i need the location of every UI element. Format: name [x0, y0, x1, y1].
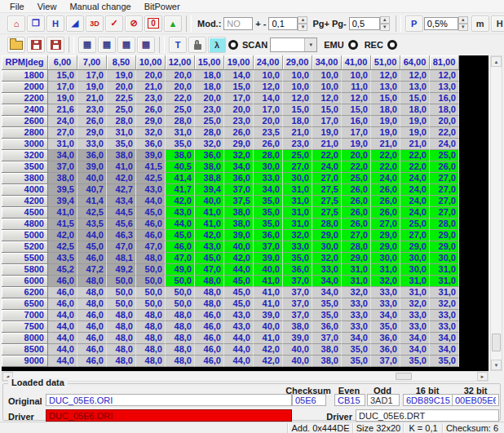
spin-up-icon[interactable]: ▲ — [380, 16, 390, 24]
grid-cell[interactable]: 28,0 — [312, 219, 342, 230]
grid-cell[interactable]: 46,0 — [48, 276, 77, 287]
grid-cell[interactable]: 35,0 — [400, 356, 430, 367]
grid-cell[interactable]: 34,0 — [312, 276, 342, 287]
grid-cell[interactable]: 38,8 — [195, 173, 224, 184]
grid-cell[interactable]: 19,0 — [77, 82, 107, 93]
save-as-button[interactable] — [46, 37, 64, 53]
grid-cell[interactable]: 37,0 — [371, 356, 400, 367]
unit-h-button[interactable]: H — [491, 15, 504, 32]
grid-cell[interactable]: 31,0 — [48, 139, 77, 150]
grid-cell[interactable]: 39,0 — [254, 310, 283, 321]
grid-cell[interactable]: 13,0 — [371, 82, 400, 93]
grid-cell[interactable]: 40,0 — [283, 344, 312, 356]
grid-cell[interactable]: 26,0 — [342, 184, 371, 196]
grid-cell[interactable]: 40,7 — [77, 184, 107, 196]
grid-cell[interactable]: 46,3 — [107, 230, 136, 241]
grid-cell[interactable]: 41,5 — [48, 219, 77, 230]
grid-cell[interactable]: 35,0 — [283, 253, 312, 264]
grid-cell[interactable]: 44,5 — [107, 207, 136, 219]
grid-cell[interactable]: 23,0 — [224, 116, 254, 127]
grid-cell[interactable]: 33,0 — [430, 310, 459, 321]
grid-cell[interactable]: 26,0 — [136, 104, 166, 116]
grid-cell[interactable]: 41,0 — [48, 207, 77, 219]
grid-cell[interactable]: 35,0 — [312, 310, 342, 321]
grid-cell[interactable]: 31,0 — [430, 264, 459, 276]
grid-cell[interactable]: 18,0 — [283, 116, 312, 127]
horizontal-scroll-thumb[interactable] — [396, 373, 412, 380]
grid-cell[interactable]: 19,0 — [371, 127, 400, 139]
grid-cell[interactable]: 26,0 — [224, 127, 254, 139]
grid-cell[interactable]: 19,0 — [342, 139, 371, 150]
grid-cell[interactable]: 42,0 — [224, 253, 254, 264]
grid-cell[interactable]: 29,0 — [224, 139, 254, 150]
grid-cell[interactable]: 19,0 — [312, 127, 342, 139]
grid-cell[interactable]: 46,0 — [136, 230, 166, 241]
grid-cell[interactable]: 37,0 — [48, 161, 77, 173]
grid-cell[interactable]: 43,0 — [195, 241, 224, 253]
grid-cell[interactable]: 48,0 — [77, 298, 107, 310]
grid-cell[interactable]: 36,0 — [371, 333, 400, 344]
menu-view[interactable]: View — [31, 1, 64, 12]
grid-cell[interactable]: 46,0 — [77, 253, 107, 264]
grid-cell[interactable]: 42,0 — [195, 230, 224, 241]
unit-m-button[interactable]: m — [471, 15, 489, 32]
grid-cell[interactable]: 31,0 — [283, 196, 312, 207]
grid-cell[interactable]: 31,0 — [283, 207, 312, 219]
grid-cell[interactable]: 35,0 — [342, 356, 371, 367]
dropdown-arrow-icon[interactable]: ▼ — [304, 38, 316, 51]
row-header[interactable]: 8500 — [2, 344, 48, 356]
grid-cell[interactable]: 23,0 — [195, 104, 224, 116]
lock-button[interactable] — [188, 37, 206, 53]
grid-cell[interactable]: 28,0 — [195, 127, 224, 139]
grid-cell[interactable]: 47,0 — [136, 241, 166, 253]
grid-cell[interactable]: 31,0 — [400, 276, 430, 287]
grid-cell[interactable]: 33,0 — [77, 139, 107, 150]
grid-cell[interactable]: 22,0 — [342, 161, 371, 173]
scroll-down-icon[interactable]: ▼ — [491, 360, 502, 370]
grid-cell[interactable]: 46,0 — [77, 344, 107, 356]
window-layout-1-button[interactable]: ▦ — [78, 37, 96, 53]
grid-cell[interactable]: 26,0 — [342, 207, 371, 219]
grid-cell[interactable]: 21,0 — [400, 139, 430, 150]
grid-cell[interactable]: 38,0 — [224, 207, 254, 219]
grid-cell[interactable]: 43,0 — [224, 310, 254, 321]
menu-bitpower[interactable]: BitPower — [138, 1, 187, 12]
grid-cell[interactable]: 37,0 — [283, 287, 312, 298]
grid-cell[interactable]: 31,0 — [400, 287, 430, 298]
grid-cell[interactable]: 46,0 — [195, 333, 224, 344]
grid-cell[interactable]: 29,0 — [400, 241, 430, 253]
grid-cell[interactable]: 38,0 — [224, 219, 254, 230]
grid-cell[interactable]: 41,7 — [166, 184, 195, 196]
home-button[interactable]: ⌂ — [7, 15, 25, 32]
grid-cell[interactable]: 46,0 — [77, 333, 107, 344]
grid-cell[interactable]: 45,0 — [224, 287, 254, 298]
grid-cell[interactable]: 42,5 — [77, 207, 107, 219]
grid-cell[interactable]: 50,0 — [166, 287, 195, 298]
grid-cell[interactable]: 23,0 — [136, 93, 166, 104]
grid-cell[interactable]: 33,0 — [371, 298, 400, 310]
grid-cell[interactable]: 27,0 — [371, 219, 400, 230]
grid-cell[interactable]: 18,0 — [400, 104, 430, 116]
grid-cell[interactable]: 35,0 — [166, 139, 195, 150]
view-3d-button[interactable]: 3D — [86, 15, 104, 32]
grid-cell[interactable]: 30,0 — [254, 161, 283, 173]
grid-cell[interactable]: 44,0 — [224, 344, 254, 356]
grid-cell[interactable]: 46,0 — [166, 241, 195, 253]
window-layout-4-button[interactable]: ▦ — [137, 37, 155, 53]
column-header[interactable]: 29,00 — [283, 55, 312, 70]
grid-cell[interactable]: 50,0 — [136, 298, 166, 310]
mod-input[interactable] — [223, 17, 253, 30]
grid-cell[interactable]: 38,0 — [107, 150, 136, 161]
grid-cell[interactable]: 34,0 — [430, 344, 459, 356]
grid-cell[interactable]: 41,4 — [77, 196, 107, 207]
column-header[interactable]: 10,00 — [136, 55, 166, 70]
grid-cell[interactable]: 44,0 — [48, 310, 77, 321]
chart-view-button[interactable]: ◢ — [66, 15, 84, 32]
grid-cell[interactable]: 25,0 — [430, 150, 459, 161]
zero-button[interactable]: 0 — [144, 15, 162, 32]
grid-cell[interactable]: 31,0 — [342, 264, 371, 276]
grid-cell[interactable]: 19,0 — [400, 116, 430, 127]
row-header[interactable]: 5500 — [2, 253, 48, 264]
grid-cell[interactable]: 34,0 — [342, 333, 371, 344]
grid-cell[interactable]: 43,0 — [224, 321, 254, 333]
